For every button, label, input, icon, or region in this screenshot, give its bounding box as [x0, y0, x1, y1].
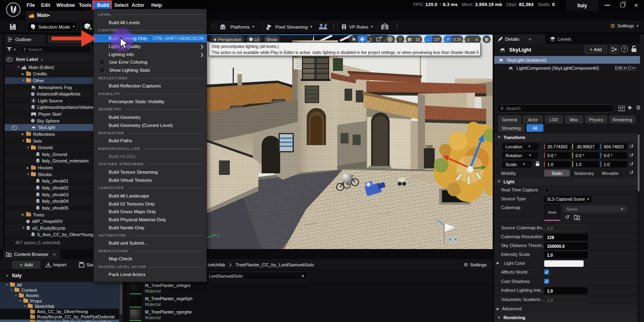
svg-text:Y: Y [217, 234, 220, 239]
